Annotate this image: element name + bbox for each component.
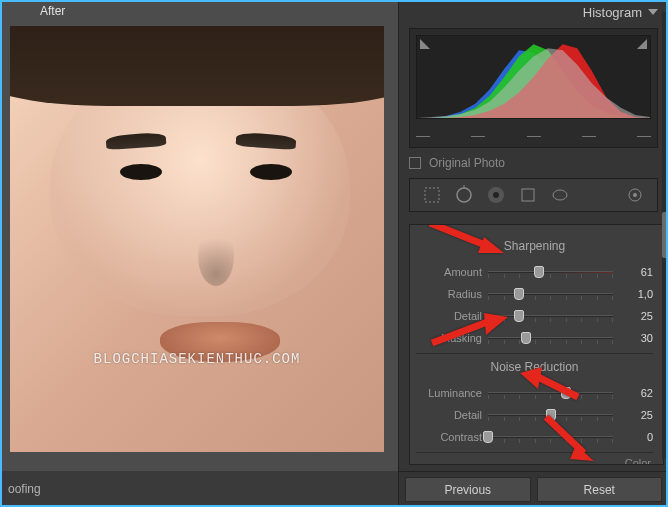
collapse-icon bbox=[648, 9, 658, 15]
radius-slider[interactable] bbox=[488, 287, 613, 301]
right-pane: Histogram Original Photo bbox=[398, 0, 668, 507]
amount-slider[interactable] bbox=[488, 265, 613, 279]
preview-area[interactable]: BLOGCHIASEKIENTHUC.COM bbox=[10, 26, 398, 463]
histogram-plot bbox=[416, 35, 651, 119]
watermark-text: BLOGCHIASEKIENTHUC.COM bbox=[94, 351, 301, 367]
masking-value[interactable]: 30 bbox=[619, 332, 653, 344]
detail-value[interactable]: 25 bbox=[619, 310, 653, 322]
original-photo-row[interactable]: Original Photo bbox=[409, 156, 658, 170]
histogram-panel-header[interactable]: Histogram bbox=[399, 0, 668, 24]
reset-button[interactable]: Reset bbox=[537, 477, 663, 502]
luminance-label: Luminance bbox=[416, 387, 482, 399]
svg-rect-5 bbox=[522, 189, 534, 201]
bottom-bar-right: Previous Reset bbox=[399, 471, 668, 507]
original-photo-checkbox[interactable] bbox=[409, 157, 421, 169]
amount-row: Amount 61 bbox=[416, 261, 653, 283]
contrast-row: Contrast 0 bbox=[416, 426, 653, 448]
svg-point-8 bbox=[633, 193, 637, 197]
app-root: After BLOGCHIASEKIENTHUC.COM oofing Hist… bbox=[0, 0, 668, 507]
sharpening-title: Sharpening bbox=[416, 239, 653, 253]
detail-panel: Sharpening Amount 61 Radius 1,0 D bbox=[409, 224, 664, 465]
photo-preview: BLOGCHIASEKIENTHUC.COM bbox=[10, 26, 384, 452]
color-section-title: Color bbox=[416, 457, 653, 465]
contrast-slider[interactable] bbox=[488, 430, 613, 444]
detail-slider[interactable] bbox=[488, 309, 613, 323]
histogram-svg bbox=[417, 36, 650, 118]
left-pane: After BLOGCHIASEKIENTHUC.COM oofing bbox=[0, 0, 398, 507]
histogram-box[interactable] bbox=[409, 28, 658, 148]
scrollbar-thumb[interactable] bbox=[662, 212, 668, 258]
soft-proofing-label: oofing bbox=[8, 482, 41, 496]
brush-tool-icon[interactable] bbox=[623, 183, 647, 207]
preview-bar: After bbox=[0, 0, 398, 22]
ndetail-row: Detail 25 bbox=[416, 404, 653, 426]
svg-point-6 bbox=[553, 190, 567, 200]
histogram-ticks bbox=[416, 134, 651, 137]
scrollbar-vertical[interactable] bbox=[662, 12, 668, 459]
original-photo-label: Original Photo bbox=[429, 156, 505, 170]
ndetail-value[interactable]: 25 bbox=[619, 409, 653, 421]
contrast-value[interactable]: 0 bbox=[619, 431, 653, 443]
contrast-label: Contrast bbox=[416, 431, 482, 443]
radius-label: Radius bbox=[416, 288, 482, 300]
redeye-tool-icon[interactable] bbox=[484, 183, 508, 207]
radius-value[interactable]: 1,0 bbox=[619, 288, 653, 300]
amount-value[interactable]: 61 bbox=[619, 266, 653, 278]
noise-title: Noise Reduction bbox=[416, 360, 653, 374]
luminance-slider[interactable] bbox=[488, 386, 613, 400]
luminance-value[interactable]: 62 bbox=[619, 387, 653, 399]
crop-tool-icon[interactable] bbox=[420, 183, 444, 207]
previous-button[interactable]: Previous bbox=[405, 477, 531, 502]
radius-row: Radius 1,0 bbox=[416, 283, 653, 305]
detail-row: Detail 25 bbox=[416, 305, 653, 327]
radial-tool-icon[interactable] bbox=[548, 183, 572, 207]
preview-tab-after[interactable]: After bbox=[40, 4, 65, 18]
masking-row: Masking 30 bbox=[416, 327, 653, 349]
svg-rect-0 bbox=[425, 188, 439, 202]
svg-point-4 bbox=[493, 192, 499, 198]
amount-label: Amount bbox=[416, 266, 482, 278]
svg-point-1 bbox=[457, 188, 471, 202]
masking-label: Masking bbox=[416, 332, 482, 344]
luminance-row: Luminance 62 bbox=[416, 382, 653, 404]
masking-slider[interactable] bbox=[488, 331, 613, 345]
detail-label: Detail bbox=[416, 310, 482, 322]
spot-tool-icon[interactable] bbox=[452, 183, 476, 207]
bottom-bar-left: oofing bbox=[0, 471, 398, 507]
grad-tool-icon[interactable] bbox=[516, 183, 540, 207]
tool-strip bbox=[409, 178, 658, 212]
ndetail-slider[interactable] bbox=[488, 408, 613, 422]
histogram-title: Histogram bbox=[583, 5, 642, 20]
ndetail-label: Detail bbox=[416, 409, 482, 421]
